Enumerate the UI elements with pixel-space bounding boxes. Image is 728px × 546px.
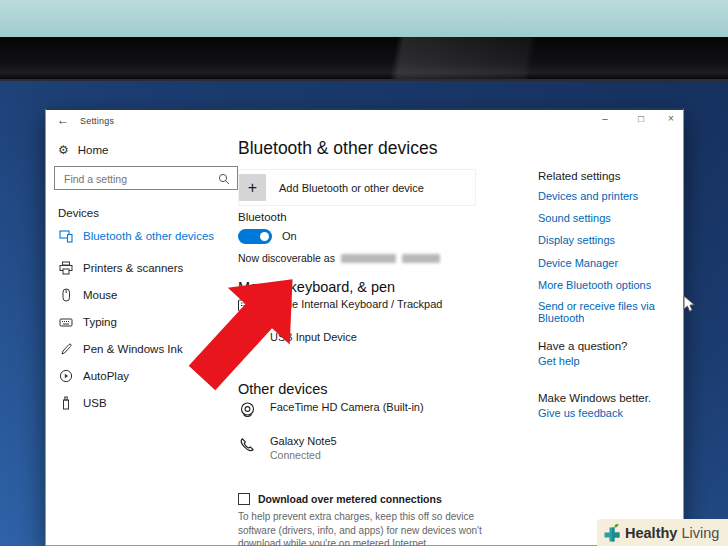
minimize-button[interactable]: – <box>596 113 614 124</box>
link-give-us-feedback[interactable]: Give us feedback <box>538 407 623 419</box>
link-get-help[interactable]: Get help <box>538 355 580 367</box>
censored-device-name-2 <box>402 254 440 263</box>
phone-icon <box>238 435 257 453</box>
sidebar-item-label: Pen & Windows Ink <box>83 343 183 355</box>
device-status: Connected <box>270 449 337 461</box>
sidebar-section-heading: Devices <box>58 207 99 219</box>
sidebar-item-label: Mouse <box>83 289 118 301</box>
censored-device-name <box>341 254 396 263</box>
link-devices-and-printers[interactable]: Devices and printers <box>538 190 638 202</box>
bluetooth-devices-icon <box>58 229 73 243</box>
toggle-knob <box>260 232 269 241</box>
make-windows-better-heading: Make Windows better. <box>538 392 651 404</box>
healthy-living-watermark: Healthy Living <box>597 519 728 546</box>
search-icon <box>218 173 230 185</box>
pen-icon <box>58 342 73 356</box>
autoplay-icon <box>58 369 73 383</box>
window-title: Settings <box>80 116 114 126</box>
related-settings-heading: Related settings <box>538 170 620 182</box>
sidebar-item-pen[interactable]: Pen & Windows Ink <box>46 337 238 361</box>
device-row-galaxy-note5[interactable]: Galaxy Note5 Connected <box>238 435 337 461</box>
page-title: Bluetooth & other devices <box>238 138 437 159</box>
sidebar-item-printers[interactable]: Printers & scanners <box>46 256 238 280</box>
device-name: Apple Internal Keyboard / Trackpad <box>270 298 442 310</box>
bluetooth-toggle[interactable] <box>238 229 272 244</box>
webcam-icon <box>238 401 257 419</box>
metered-checkbox-label: Download over metered connections <box>258 493 442 505</box>
sidebar-item-label: Bluetooth & other devices <box>83 230 214 242</box>
add-bluetooth-button[interactable]: + Add Bluetooth or other device <box>238 169 476 206</box>
watermark-text-bold: Healthy <box>625 525 677 541</box>
laptop-bezel <box>0 37 728 81</box>
link-sound-settings[interactable]: Sound settings <box>538 212 611 224</box>
section-heading-other-devices: Other devices <box>238 381 327 397</box>
sidebar-item-bluetooth[interactable]: Bluetooth & other devices <box>46 224 238 248</box>
metered-description: To help prevent extra charges, keep this… <box>238 510 483 546</box>
gear-icon: ⚙ <box>58 143 69 157</box>
plus-icon: + <box>239 174 266 201</box>
bluetooth-icon <box>238 331 257 349</box>
link-more-bluetooth-options[interactable]: More Bluetooth options <box>538 279 651 291</box>
background-wall <box>0 0 728 37</box>
scene: ← Settings – □ × ⚙ Home Devices Bluetoot… <box>0 0 728 546</box>
discoverable-prefix: Now discoverable as <box>238 252 335 264</box>
device-name: Galaxy Note5 <box>270 435 337 447</box>
sidebar-item-label: Typing <box>83 316 117 328</box>
home-label: Home <box>78 144 109 156</box>
sidebar-item-label: USB <box>83 397 107 409</box>
bluetooth-toggle-label: Bluetooth <box>238 211 287 223</box>
typing-keyboard-icon <box>58 315 73 329</box>
metered-checkbox-row[interactable]: Download over metered connections <box>238 493 442 505</box>
settings-window: ← Settings – □ × ⚙ Home Devices Bluetoot… <box>45 108 684 546</box>
sidebar-item-autoplay[interactable]: AutoPlay <box>46 364 238 388</box>
printer-icon <box>58 261 73 275</box>
sidebar-item-usb[interactable]: USB <box>46 391 238 415</box>
sidebar-item-home[interactable]: ⚙ Home <box>58 143 108 157</box>
link-display-settings[interactable]: Display settings <box>538 234 615 246</box>
usb-icon <box>58 396 73 410</box>
link-send-receive-files[interactable]: Send or receive files via Bluetooth <box>538 300 683 324</box>
search-box[interactable] <box>54 166 238 190</box>
device-row-usb-input[interactable]: USB Input Device <box>238 331 357 349</box>
keyboard-icon <box>238 298 257 312</box>
device-row-facetime-camera[interactable]: FaceTime HD Camera (Built-in) <box>238 401 424 419</box>
device-name: FaceTime HD Camera (Built-in) <box>270 401 424 413</box>
sidebar-item-label: AutoPlay <box>83 370 129 382</box>
link-device-manager[interactable]: Device Manager <box>538 257 618 269</box>
have-a-question-heading: Have a question? <box>538 340 628 352</box>
device-row-apple-keyboard[interactable]: Apple Internal Keyboard / Trackpad <box>238 298 442 312</box>
sidebar-item-typing[interactable]: Typing <box>46 310 238 334</box>
mouse-icon <box>58 288 73 302</box>
watermark-text-regular: Living <box>677 525 719 541</box>
metered-checkbox[interactable] <box>238 493 250 505</box>
search-input[interactable] <box>62 168 216 190</box>
close-button[interactable]: × <box>662 113 680 124</box>
sidebar-item-label: Printers & scanners <box>83 262 183 274</box>
bluetooth-toggle-state: On <box>282 230 297 242</box>
device-name: USB Input Device <box>270 331 357 343</box>
discoverable-text: Now discoverable as <box>238 252 440 264</box>
bezel-gloss <box>0 37 728 79</box>
maximize-button[interactable]: □ <box>632 113 650 124</box>
add-bluetooth-label: Add Bluetooth or other device <box>279 182 424 194</box>
sidebar-item-mouse[interactable]: Mouse <box>46 283 238 307</box>
section-heading-mouse-keyboard-pen: Mouse, keyboard, & pen <box>238 279 395 295</box>
healthy-living-logo-icon <box>603 523 621 542</box>
back-button[interactable]: ← <box>57 113 69 127</box>
